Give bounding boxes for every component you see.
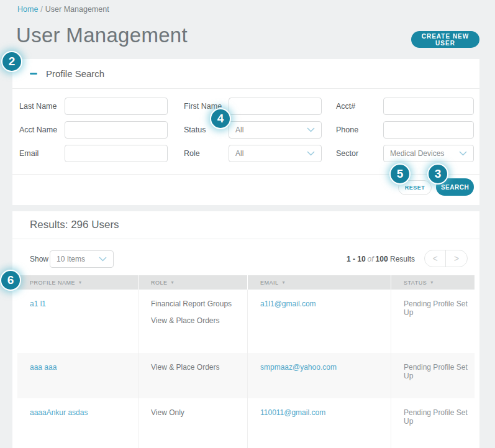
create-new-user-button[interactable]: CREATE NEW USER bbox=[411, 31, 479, 48]
user-management-page: Home/User Management User Management CRE… bbox=[0, 0, 495, 448]
pagination-total: 100 bbox=[376, 255, 388, 263]
sort-desc-icon: ▾ bbox=[430, 280, 434, 285]
annotation-badge-5: 5 bbox=[389, 163, 411, 185]
chevron-down-icon bbox=[307, 127, 315, 132]
chevron-right-icon[interactable]: > bbox=[446, 250, 467, 267]
sector-label: Sector bbox=[336, 149, 383, 158]
column-header-email[interactable]: EMAIL▾ bbox=[248, 275, 391, 290]
annotation-badge-3: 3 bbox=[427, 163, 448, 185]
acct-number-input[interactable] bbox=[383, 98, 474, 115]
column-header-status[interactable]: STATUS▾ bbox=[391, 275, 475, 290]
role-line: View Only bbox=[151, 408, 247, 417]
email-cell: smpmaaz@yahoo.com bbox=[248, 353, 391, 398]
role-cell: Financial Report Groups View & Place Ord… bbox=[139, 290, 248, 353]
chevron-down-icon bbox=[99, 257, 107, 262]
breadcrumb: Home/User Management bbox=[17, 5, 109, 14]
breadcrumb-current: User Management bbox=[45, 5, 109, 14]
sort-desc-icon: ▾ bbox=[79, 280, 82, 285]
chevron-left-icon[interactable]: < bbox=[425, 250, 446, 267]
show-items-value: 10 Items bbox=[57, 255, 85, 263]
chevron-down-icon bbox=[459, 151, 467, 156]
collapse-minus-icon[interactable] bbox=[30, 73, 37, 75]
profile-search-panel: Profile Search Last Name Acct Name Email… bbox=[12, 59, 479, 205]
results-header: Results: 296 Users bbox=[12, 211, 479, 239]
role-select[interactable]: All bbox=[229, 145, 322, 162]
pagination-of: of bbox=[368, 255, 374, 263]
column-header-role[interactable]: ROLE▾ bbox=[139, 275, 248, 290]
status-select[interactable]: All bbox=[229, 121, 322, 139]
pagination-results-label: Results bbox=[390, 255, 415, 263]
first-name-field-row: First Name bbox=[184, 98, 322, 115]
acct-name-input[interactable] bbox=[65, 121, 168, 139]
status-cell: Pending Profile Set Up bbox=[391, 290, 475, 353]
email-cell: 110011@gmail.com bbox=[248, 398, 391, 448]
role-line: View & Place Orders bbox=[151, 316, 247, 325]
column-header-label: PROFILE NAME bbox=[30, 280, 75, 286]
email-input[interactable] bbox=[65, 145, 168, 162]
sort-desc-icon: ▾ bbox=[283, 280, 286, 285]
sector-select[interactable]: Medical Devices bbox=[383, 145, 474, 162]
results-table: PROFILE NAME▾ ROLE▾ EMAIL▾ STATUS▾ a1 l1… bbox=[17, 275, 475, 448]
table-row: a1 l1 Financial Report Groups View & Pla… bbox=[17, 290, 475, 353]
status-select-value: All bbox=[235, 126, 243, 134]
annotation-badge-4: 4 bbox=[210, 108, 231, 129]
column-header-label: ROLE bbox=[151, 280, 168, 286]
last-name-label: Last Name bbox=[19, 102, 65, 111]
pagination-control: < > bbox=[424, 250, 468, 267]
profile-name-cell: aaa aaa bbox=[17, 353, 139, 398]
profile-search-header: Profile Search bbox=[12, 59, 479, 89]
chevron-down-icon bbox=[307, 151, 315, 156]
sector-field-row: Sector Medical Devices bbox=[336, 145, 474, 162]
results-panel: Results: 296 Users Show 10 Items 1 - 10o… bbox=[12, 211, 479, 448]
email-cell: a1l1@gmail.com bbox=[248, 290, 391, 353]
acct-name-field-row: Acct Name bbox=[19, 121, 168, 139]
phone-label: Phone bbox=[336, 126, 383, 134]
column-header-profile-name[interactable]: PROFILE NAME▾ bbox=[17, 275, 139, 290]
phone-input[interactable] bbox=[383, 121, 474, 139]
show-label: Show bbox=[30, 255, 48, 263]
table-row: aaaaAnkur asdas View Only 110011@gmail.c… bbox=[17, 398, 475, 448]
status-cell: Pending Profile Set Up bbox=[391, 398, 475, 448]
role-select-value: All bbox=[235, 149, 243, 158]
breadcrumb-separator: / bbox=[40, 5, 42, 14]
table-row: aaa aaa View & Place Orders smpmaaz@yaho… bbox=[17, 353, 475, 398]
breadcrumb-home-link[interactable]: Home bbox=[17, 5, 38, 14]
table-body: a1 l1 Financial Report Groups View & Pla… bbox=[17, 290, 475, 448]
email-link[interactable]: 110011@gmail.com bbox=[260, 408, 325, 417]
table-header-row: PROFILE NAME▾ ROLE▾ EMAIL▾ STATUS▾ bbox=[17, 275, 475, 290]
profile-name-link[interactable]: a1 l1 bbox=[30, 299, 46, 308]
role-field-row: Role All bbox=[184, 145, 322, 162]
status-field-row: Status All bbox=[184, 121, 322, 139]
role-label: Role bbox=[184, 149, 229, 158]
last-name-input[interactable] bbox=[65, 98, 168, 115]
sort-desc-icon: ▾ bbox=[171, 280, 175, 285]
sector-select-value: Medical Devices bbox=[390, 149, 444, 158]
show-items-select[interactable]: 10 Items bbox=[50, 250, 114, 268]
form-column-2: First Name Status All Role All bbox=[184, 98, 322, 162]
results-title: Results: 296 Users bbox=[30, 219, 119, 231]
page-title: User Management bbox=[16, 24, 188, 47]
column-header-label: EMAIL bbox=[260, 280, 279, 286]
profile-name-cell: a1 l1 bbox=[17, 290, 139, 353]
column-header-label: STATUS bbox=[404, 280, 427, 286]
profile-name-link[interactable]: aaaaAnkur asdas bbox=[30, 408, 88, 417]
profile-search-title: Profile Search bbox=[46, 68, 104, 79]
email-link[interactable]: smpmaaz@yahoo.com bbox=[260, 363, 337, 372]
role-cell: View Only bbox=[139, 398, 248, 448]
acct-name-label: Acct Name bbox=[19, 126, 65, 134]
profile-name-link[interactable]: aaa aaa bbox=[30, 363, 57, 372]
form-column-1: Last Name Acct Name Email bbox=[19, 98, 168, 162]
acct-number-field-row: Acct# bbox=[336, 98, 474, 115]
email-link[interactable]: a1l1@gmail.com bbox=[260, 299, 316, 308]
profile-name-cell: aaaaAnkur asdas bbox=[17, 398, 139, 448]
acct-number-label: Acct# bbox=[336, 102, 383, 111]
email-field-row: Email bbox=[19, 145, 168, 162]
role-line: View & Place Orders bbox=[151, 363, 247, 372]
pagination-range: 1 - 10 bbox=[347, 255, 366, 263]
last-name-field-row: Last Name bbox=[19, 98, 168, 115]
form-column-3: Acct# Phone Sector Medical Devices bbox=[336, 98, 474, 162]
phone-field-row: Phone bbox=[336, 121, 474, 139]
email-label: Email bbox=[19, 149, 65, 158]
annotation-badge-6: 6 bbox=[0, 270, 21, 291]
first-name-input[interactable] bbox=[229, 98, 322, 115]
